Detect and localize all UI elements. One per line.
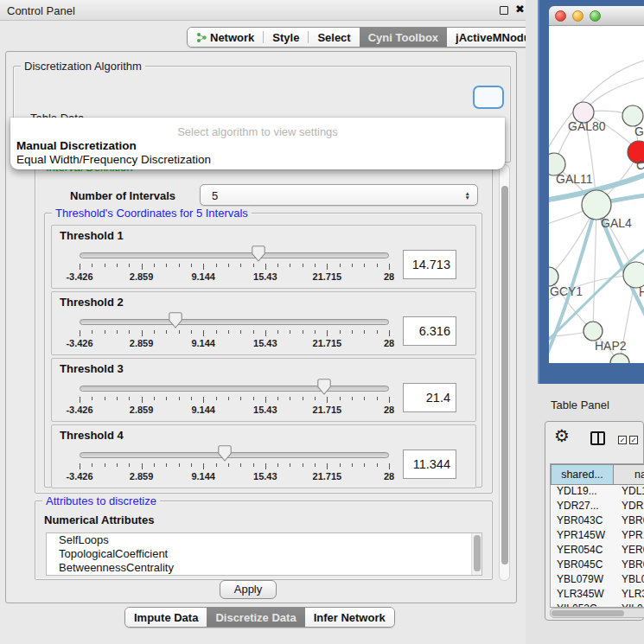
slider-tick [290,397,290,400]
column-header-shared-name[interactable]: shared... [551,464,614,485]
threshold-value-field[interactable]: 14.713 [403,250,456,279]
zoom-traffic-light-icon[interactable] [590,10,601,22]
table-row[interactable]: YDL19...YDL1 [551,485,644,500]
threshold-slider-handle[interactable] [218,445,232,462]
network-node[interactable] [610,354,629,363]
network-node-hap2[interactable] [583,322,603,341]
slider-tick [240,397,241,400]
network-graph[interactable]: GAL80GCGAL11GAL4GCY1HHAP2 [549,26,644,363]
minimize-traffic-light-icon[interactable] [572,10,583,22]
threshold-box-4: Threshold 4-3.4262.8599.14415.4321.71528… [51,424,476,488]
gear-icon[interactable]: ⚙ [554,425,570,446]
slider-tick [228,463,229,467]
tab-impute-data[interactable]: Impute Data [125,608,207,627]
threshold-slider-handle[interactable] [169,312,182,328]
split-columns-icon[interactable] [590,431,605,445]
threshold-slider-track[interactable] [80,252,389,258]
threshold-slider-handle[interactable] [317,379,331,395]
close-traffic-light-icon[interactable] [555,10,566,22]
slider-tick [129,264,130,267]
tab-network[interactable]: Network [188,28,263,47]
menu-item-manual-discretization[interactable]: Manual Discretization [16,139,137,152]
scrollbar-thumb[interactable] [552,610,624,616]
slider-tick [253,463,254,467]
threshold-slider-track[interactable] [80,452,389,458]
tab-cyni-toolbox[interactable]: Cyni Toolbox [360,28,447,47]
slider-tick [117,264,118,267]
checkbox-icon[interactable]: ✓ [618,436,627,444]
slider-tick-label: -3.426 [54,338,105,348]
column-header-name[interactable]: na [613,464,644,485]
table-row[interactable]: YER054CYER0 [551,544,644,558]
slider-tick [315,397,316,400]
slider-tick [92,463,92,467]
num-intervals-combo[interactable]: 5 ▲▼ [200,184,478,206]
slider-tick [277,330,278,334]
table-row[interactable]: YBR045CYBR0 [551,558,644,573]
slider-tick [142,397,143,403]
slider-tick [265,397,266,403]
scrollbar-thumb[interactable] [501,186,508,564]
network-canvas[interactable]: GAL80GCGAL11GAL4GCY1HHAP2 [549,26,644,363]
table-row[interactable]: YBR043CYBR0 [551,514,644,529]
threshold-slider-track[interactable] [80,319,389,325]
network-node-gal4[interactable] [582,190,611,220]
network-icon [196,31,207,44]
apply-button[interactable]: Apply [220,580,277,599]
threshold-slider-track[interactable] [80,386,389,392]
list-scrollbar[interactable] [471,533,481,575]
close-icon[interactable]: ✖ [515,3,525,16]
combo-spinner-icon[interactable]: ▲▼ [465,190,470,200]
slider-tick [179,264,180,267]
threshold-value-field[interactable]: 21.4 [403,383,456,412]
threshold-value-field[interactable]: 6.316 [403,316,456,346]
threshold-slider-handle[interactable] [252,245,265,262]
horizontal-scrollbar[interactable] [550,608,644,618]
float-window-icon[interactable] [500,6,508,15]
tab-discretize-data[interactable]: Discretize Data [207,608,304,627]
tab-select[interactable]: Select [309,28,359,47]
table-row[interactable]: YPR145WYPR1 [551,529,644,544]
slider-tick [277,264,278,267]
table-row[interactable]: YBL079WYBL0 [551,573,644,588]
tab-infer-network[interactable]: Infer Network [305,608,394,627]
cell-shared-name: YBR043C [551,514,614,526]
slider-tick [166,330,167,334]
table-rows: YDL19...YDL1YDR27...YDR2YBR043CYBR0YPR14… [551,485,644,608]
attribute-list-item[interactable]: TopologicalCoefficient [47,547,481,561]
slider-tick [240,330,241,334]
slider-tick [352,463,353,467]
threshold-value-field[interactable]: 11.344 [403,450,456,479]
slider-tick [191,264,192,267]
slider-tick-label: 2.859 [116,338,168,348]
threshold-box-3: Threshold 3-3.4262.8599.14415.4321.71528… [51,358,476,422]
slider-tick [290,463,290,467]
slider-tick-label: 15.43 [239,338,291,348]
slider-tick [154,397,155,400]
attribute-list-item[interactable]: SelfLoops [47,533,481,547]
algorithm-dropdown-popup: Select algorithm to view settings Manual… [10,118,505,169]
table-row[interactable]: YLR345WYLR3 [551,588,644,603]
threshold-label: Threshold 2 [60,296,124,309]
network-window-titlebar[interactable] [549,6,644,26]
table-row[interactable]: YDR27...YDR2 [551,500,644,514]
network-node-g[interactable] [622,105,643,126]
checkbox-icon[interactable]: ✓ [629,436,638,444]
menu-item-equal-width-frequency[interactable]: Equal Width/Frequency Discretization [16,153,211,166]
slider-tick [191,463,192,467]
slider-thumb[interactable] [252,245,265,262]
slider-thumb[interactable] [317,379,331,395]
network-node-h[interactable] [623,262,644,288]
attribute-list-item[interactable]: BetweennessCentrality [47,561,481,575]
slider-thumb[interactable] [169,312,182,328]
algorithm-combo[interactable] [473,86,504,109]
tab-style[interactable]: Style [264,28,308,47]
slider-thumb[interactable] [218,445,232,462]
numerical-attributes-list[interactable]: SelfLoopsTopologicalCoefficientBetweenne… [46,532,482,576]
network-node-gcy1[interactable] [549,267,558,286]
slider-tick [105,330,105,334]
slider-tick [277,397,278,400]
vertical-scrollbar[interactable] [499,164,510,581]
tab-label: Style [272,31,299,44]
slider-tick-label: 9.144 [177,338,229,348]
